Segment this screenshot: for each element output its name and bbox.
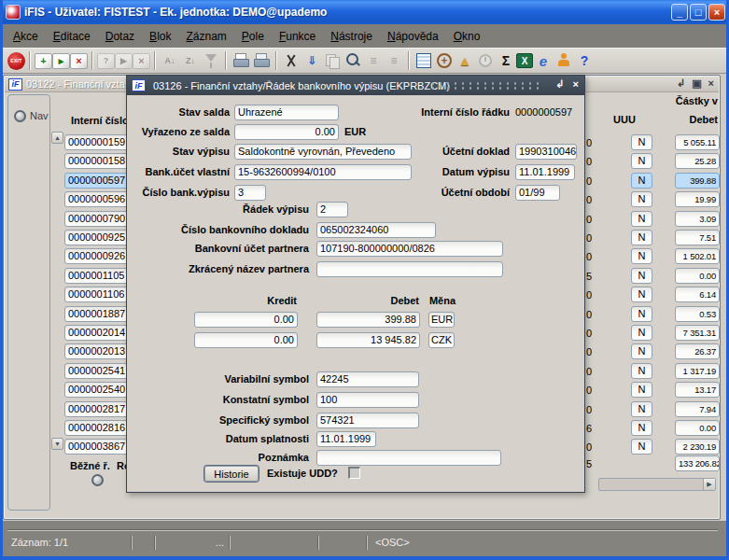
question-icon[interactable]: ? — [574, 50, 595, 71]
mena-field-2[interactable]: CZK — [428, 332, 455, 348]
debet-cell[interactable]: 2 230.19 — [675, 439, 720, 455]
uuu-cell[interactable]: N — [631, 134, 652, 150]
uuu-cell[interactable]: N — [631, 173, 652, 189]
horizontal-scrollbar[interactable]: ▶ — [598, 478, 716, 491]
debet-cell[interactable]: 7.51 — [675, 230, 720, 245]
uuu-cell[interactable]: N — [631, 287, 652, 302]
interni-cislo-row[interactable]: 0000002540 — [64, 382, 132, 398]
navigator-icon[interactable]: + — [434, 50, 455, 71]
zkraceny-nazev-partnera-field[interactable] — [316, 261, 503, 277]
prism-icon[interactable]: ▲ — [455, 50, 475, 71]
interni-cislo-row[interactable]: 0000000158 — [64, 153, 132, 169]
interni-cislo-row[interactable]: 0000000596 — [64, 191, 132, 207]
minimize-icon[interactable]: ↲ — [555, 78, 564, 91]
uuu-cell[interactable]: N — [631, 439, 652, 455]
menu-item-4[interactable]: Záznam — [178, 28, 233, 45]
excel-icon[interactable]: X — [516, 53, 533, 68]
ucetni-doklad-field[interactable]: 1990310046 — [515, 144, 577, 160]
debet-cell[interactable]: 0.00 — [675, 268, 720, 284]
uuu-cell[interactable]: N — [631, 248, 652, 264]
interni-cislo-row[interactable]: 0000000790 — [64, 211, 132, 227]
interni-cislo-row[interactable]: 0000001105 — [64, 268, 132, 284]
interni-cislo-row[interactable]: 0000000159 — [64, 134, 132, 150]
uuu-cell[interactable]: N — [631, 268, 652, 284]
mena-field-1[interactable]: EUR — [428, 312, 455, 328]
debet-cell[interactable]: 6.14 — [675, 287, 720, 302]
uuu-cell[interactable]: N — [631, 401, 652, 417]
interni-cislo-row[interactable]: 0000002816 — [64, 420, 132, 436]
uuu-cell[interactable]: N — [631, 153, 652, 169]
delete-record-icon[interactable]: × — [70, 53, 88, 69]
interni-cislo-row[interactable]: 0000002014 — [64, 325, 132, 341]
debet-cell[interactable]: 25.28 — [675, 153, 720, 169]
minimize-button[interactable]: _ — [671, 4, 688, 21]
cislo-bankovniho-dokladu-field[interactable]: 065002324060 — [316, 222, 436, 238]
debet-cell[interactable]: 19.99 — [675, 191, 720, 207]
uuu-cell[interactable]: N — [631, 420, 652, 436]
browser-icon[interactable]: e — [533, 50, 554, 71]
maximize-button[interactable]: □ — [690, 4, 707, 21]
accept-record-icon[interactable]: ▸ — [52, 53, 70, 69]
menu-item-6[interactable]: Funkce — [272, 28, 323, 45]
interni-cislo-row[interactable]: 0000001106 — [64, 287, 132, 302]
interni-cislo-row[interactable]: 0000002817 — [64, 401, 132, 417]
bezne-radio[interactable] — [91, 474, 104, 486]
debet-cell[interactable]: 3.09 — [675, 211, 720, 227]
menu-item-8[interactable]: Nápověda — [380, 28, 446, 45]
kredit-field-2[interactable]: 0.00 — [194, 332, 298, 348]
menu-item-2[interactable]: Dotaz — [98, 28, 142, 45]
kredit-field-1[interactable]: 0.00 — [194, 312, 298, 328]
nav-radio[interactable] — [14, 110, 26, 122]
specificky-symbol-field[interactable]: 574321 — [316, 413, 419, 428]
historie-button[interactable]: Historie — [204, 466, 259, 482]
scroll-down-arrow[interactable]: ▼ — [51, 438, 63, 450]
uuu-cell[interactable]: N — [631, 343, 652, 359]
debet-cell[interactable]: 5 055.11 — [675, 134, 720, 150]
paste-icon[interactable]: ⇓ — [301, 50, 322, 71]
print-preview-icon[interactable] — [251, 50, 272, 71]
debet-cell[interactable]: 399.88 — [675, 173, 720, 189]
cislo-bank-vypisu-field[interactable]: 3 — [234, 185, 266, 201]
scroll-right-arrow[interactable]: ▶ — [703, 479, 715, 490]
close-icon[interactable]: × — [708, 77, 714, 90]
interni-cislo-row[interactable]: 0000003867 — [64, 439, 132, 455]
exit-icon[interactable]: EXIT — [7, 52, 25, 70]
debet-cell[interactable]: 0.53 — [675, 306, 720, 322]
uuu-cell[interactable]: N — [631, 382, 652, 398]
find-icon[interactable] — [343, 50, 363, 71]
debet-cell[interactable]: 13.17 — [675, 382, 720, 398]
poznamka-field[interactable] — [316, 450, 501, 466]
debet-field-1[interactable]: 399.88 — [316, 312, 420, 328]
datum-vypisu-field[interactable]: 11.01.1999 — [515, 164, 575, 180]
konstatni-symbol-field[interactable]: 100 — [316, 392, 419, 408]
bank-ucet-vlastni-field[interactable]: 15-9632600994/0100 — [234, 164, 412, 180]
interni-cislo-row[interactable]: 0000002541 — [64, 363, 132, 379]
uuu-cell[interactable]: N — [631, 230, 652, 245]
bankovni-ucet-partnera-field[interactable]: 107190-800000000/0826 — [316, 241, 503, 257]
insert-record-icon[interactable]: + — [35, 53, 52, 69]
sum-icon[interactable]: Σ — [496, 50, 516, 71]
menu-item-9[interactable]: Okno — [446, 28, 488, 45]
interni-cislo-row[interactable]: 0000001887 — [64, 306, 132, 322]
datum-splatnosti-field[interactable]: 11.01.1999 — [316, 431, 376, 447]
uuu-cell[interactable]: N — [631, 363, 652, 379]
uuu-cell[interactable]: N — [631, 211, 652, 227]
detail-form-icon[interactable] — [414, 50, 434, 71]
debet-field-2[interactable]: 13 945.82 — [316, 332, 420, 348]
existuje-udd-checkbox[interactable] — [348, 467, 360, 479]
interni-cislo-row[interactable]: 0000002013 — [64, 343, 132, 359]
scroll-up-arrow[interactable]: ▲ — [51, 132, 63, 144]
close-button[interactable]: × — [708, 4, 725, 21]
radek-vypisu-field[interactable]: 2 — [316, 202, 348, 217]
menu-item-0[interactable]: Akce — [6, 28, 46, 45]
menu-item-7[interactable]: Nástroje — [323, 28, 380, 45]
interni-cislo-row[interactable]: 0000000925 — [64, 230, 132, 245]
debet-cell[interactable]: 1 317.19 — [675, 363, 720, 379]
debet-cell[interactable]: 7.94 — [675, 401, 720, 417]
menu-item-3[interactable]: Blok — [142, 28, 178, 45]
interni-cislo-row[interactable]: 0000000926 — [64, 248, 132, 264]
debet-cell[interactable]: 26.37 — [675, 343, 720, 359]
vyrazeno-field[interactable]: 0.00 — [234, 124, 339, 140]
stav-vypisu-field[interactable]: Saldokontně vyrovnán, Převedeno — [234, 144, 412, 160]
menu-item-1[interactable]: Editace — [46, 28, 98, 45]
